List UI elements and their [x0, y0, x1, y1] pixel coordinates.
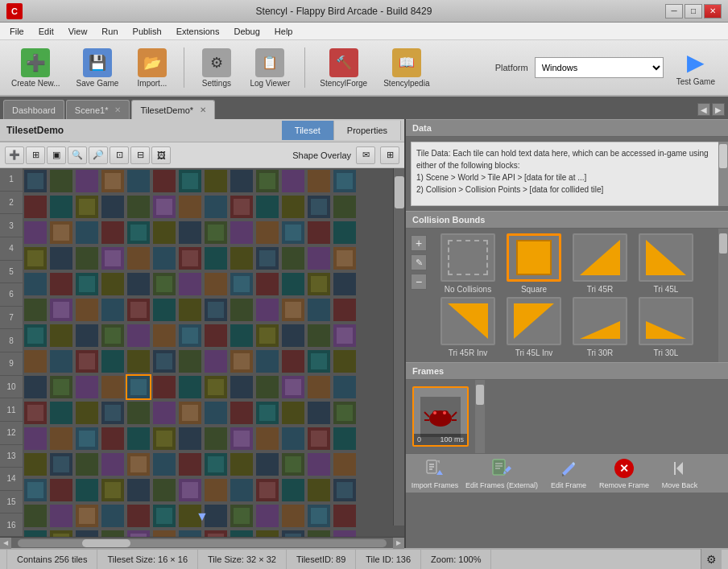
tile-cell[interactable] [48, 348, 74, 374]
tile-cell[interactable] [151, 400, 177, 426]
tile-cell[interactable] [100, 168, 126, 194]
tile-cell[interactable] [126, 348, 151, 374]
tile-cell[interactable] [332, 374, 358, 400]
tile-cell[interactable] [254, 503, 280, 529]
tile-cell[interactable] [229, 271, 254, 297]
tile-cell[interactable] [74, 426, 100, 451]
stencylpedia-button[interactable]: 📖 Stencylpedia [378, 45, 434, 91]
tile-cell[interactable] [23, 503, 48, 529]
tile-cell[interactable] [229, 400, 254, 426]
tile-cell[interactable] [23, 271, 48, 297]
tile-cell[interactable] [332, 271, 358, 297]
tile-cell[interactable] [23, 297, 48, 323]
tile-cell[interactable] [126, 220, 151, 245]
tile-cell[interactable] [306, 426, 332, 451]
remove-frame-button[interactable]: ✕ Remove Frame [599, 457, 649, 489]
tile-cell[interactable] [126, 297, 151, 323]
tile-cell[interactable] [332, 194, 358, 220]
tile-cell[interactable] [203, 271, 229, 297]
tile-cell[interactable] [74, 297, 100, 323]
tile-cell[interactable] [254, 245, 280, 271]
move-back-button[interactable]: Move Back [656, 457, 704, 489]
tab-scene1[interactable]: Scene1* ✕ [66, 100, 130, 119]
tile-cell[interactable] [203, 348, 229, 374]
tile-cell[interactable] [23, 426, 48, 451]
tile-cell[interactable] [203, 451, 229, 477]
tile-cell[interactable] [280, 220, 306, 245]
tile-cell[interactable] [151, 451, 177, 477]
tile-cell[interactable] [100, 245, 126, 271]
tile-cell[interactable] [177, 374, 203, 400]
tile-cell[interactable] [126, 323, 151, 348]
tile-cell[interactable] [332, 323, 358, 348]
collision-tri45linv-icon[interactable] [507, 297, 561, 345]
tile-cell[interactable] [254, 220, 280, 245]
tab-nav-right[interactable]: ▶ [712, 103, 725, 116]
tile-cell[interactable] [151, 220, 177, 245]
tile-cell[interactable] [126, 271, 151, 297]
tileset-grid[interactable]: 1 2 3 4 5 6 7 8 9 10 11 12 13 14 15 16 [0, 168, 404, 537]
platform-select[interactable]: Windows Mac Linux Flash iOS Android [535, 57, 664, 78]
tile-cell[interactable] [100, 194, 126, 220]
tab-tilesetdemo[interactable]: TilesetDemo* ✕ [131, 100, 215, 119]
tile-cell[interactable] [203, 297, 229, 323]
tile-cell[interactable] [100, 297, 126, 323]
tile-cell[interactable] [177, 451, 203, 477]
tile-cell[interactable] [306, 245, 332, 271]
tile-cell[interactable] [48, 426, 74, 451]
tile-cell[interactable] [229, 245, 254, 271]
h-scrollbar-thumb[interactable] [82, 539, 130, 547]
tile-cell[interactable] [126, 194, 151, 220]
tile-cell[interactable] [177, 194, 203, 220]
tile-cell[interactable] [306, 451, 332, 477]
tile-cell[interactable] [229, 426, 254, 451]
tile-cell[interactable] [203, 374, 229, 400]
collision-tri30l-icon[interactable] [639, 297, 693, 345]
tile-cell[interactable] [23, 348, 48, 374]
tile-cell[interactable] [48, 245, 74, 271]
collision-none-icon[interactable] [441, 233, 495, 282]
tile-cell[interactable] [48, 194, 74, 220]
tile-cell[interactable] [332, 168, 358, 194]
tile-cell[interactable] [23, 451, 48, 477]
tile-cell[interactable] [280, 426, 306, 451]
tile-cell[interactable] [254, 348, 280, 374]
collision-square-icon[interactable] [507, 233, 561, 282]
tile-cell[interactable] [280, 297, 306, 323]
tile-cell[interactable] [48, 374, 74, 400]
tile-cell[interactable] [74, 477, 100, 503]
tile-cell[interactable] [177, 529, 203, 537]
tile-cell[interactable] [254, 271, 280, 297]
tile-cell[interactable] [48, 220, 74, 245]
tile-cell[interactable] [280, 529, 306, 537]
tile-cell[interactable] [74, 451, 100, 477]
tile-cell[interactable] [280, 451, 306, 477]
tile-cell[interactable] [74, 529, 100, 537]
log-viewer-button[interactable]: 📋 Log Viewer [245, 45, 295, 91]
tile-cell[interactable] [280, 323, 306, 348]
tile-cell[interactable] [23, 220, 48, 245]
stencylforge-button[interactable]: 🔨 StencylForge [315, 45, 372, 91]
tile-cell[interactable] [177, 245, 203, 271]
tile-cell[interactable] [100, 374, 126, 400]
create-new-button[interactable]: ➕ Create New... [6, 45, 65, 91]
ts-add-btn[interactable]: ➕ [5, 146, 24, 164]
collision-section-scrollbar[interactable] [718, 229, 728, 362]
minimize-button[interactable]: ─ [665, 4, 683, 19]
tile-cell[interactable] [177, 297, 203, 323]
menu-run[interactable]: Run [95, 25, 124, 38]
tile-cell[interactable] [306, 348, 332, 374]
tab-tilesetdemo-close[interactable]: ✕ [200, 105, 206, 114]
tile-cell[interactable] [151, 194, 177, 220]
ts-view-btn[interactable]: 🖼 [151, 146, 171, 164]
v-scrollbar-thumb[interactable] [395, 176, 404, 208]
maximize-button[interactable]: □ [685, 4, 702, 19]
ts-actual-btn[interactable]: ⊟ [130, 146, 150, 164]
frames-scrollbar-thumb[interactable] [476, 385, 484, 405]
settings-button[interactable]: ⚙ Settings [194, 45, 238, 91]
tile-cell[interactable] [177, 220, 203, 245]
tile-cell[interactable] [332, 220, 358, 245]
collision-add-btn[interactable]: + [411, 235, 427, 251]
menu-publish[interactable]: Publish [126, 25, 168, 38]
tile-cell[interactable] [48, 323, 74, 348]
